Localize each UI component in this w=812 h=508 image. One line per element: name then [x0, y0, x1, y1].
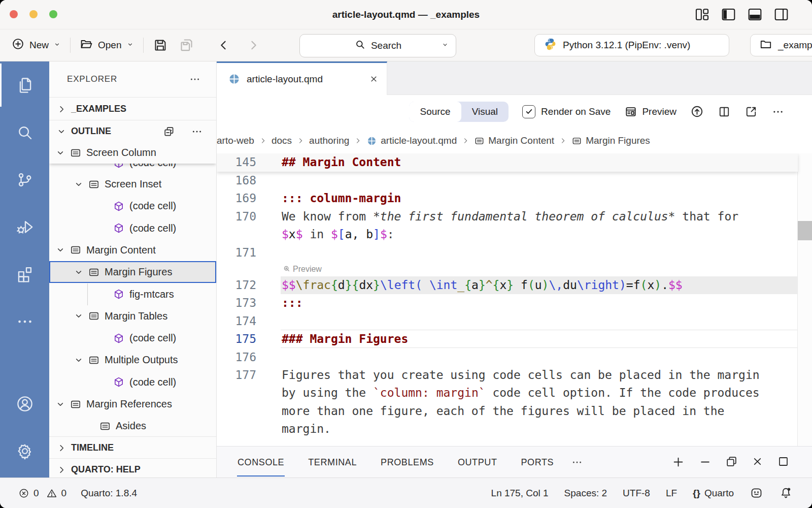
sticky-scroll-line[interactable]: 145## Margin Content: [217, 153, 798, 172]
outline-item[interactable]: Margin Content: [49, 239, 216, 261]
save-button[interactable]: [153, 38, 168, 53]
outline-item[interactable]: (code cell): [49, 195, 216, 217]
activity-source-control[interactable]: [0, 156, 49, 203]
outline-tree: Screen Column(code cell)Screen Inset(cod…: [49, 142, 216, 436]
activity-settings[interactable]: [0, 427, 49, 474]
restore-panel-button[interactable]: [725, 455, 738, 469]
sidebar-section-outline[interactable]: OUTLINE: [49, 120, 216, 142]
editor-tab[interactable]: article-layout.qmd: [217, 61, 387, 95]
activity-more[interactable]: [0, 298, 49, 345]
new-console-button[interactable]: [671, 455, 685, 469]
chevron-down-icon[interactable]: [74, 311, 84, 321]
save-all-button[interactable]: [179, 38, 194, 53]
open-button[interactable]: Open: [80, 37, 133, 53]
panel-tab-console[interactable]: CONSOLE: [237, 448, 285, 477]
outline-item[interactable]: Screen Column: [49, 142, 216, 164]
scrollbar-thumb[interactable]: [798, 221, 812, 240]
close-panel-button[interactable]: [751, 455, 764, 469]
titlebar: article-layout.qmd — _examples: [0, 0, 812, 29]
status-problems[interactable]: 0 0: [18, 488, 66, 499]
mode-source-button[interactable]: Source: [409, 102, 461, 122]
chevron-down-icon[interactable]: [55, 245, 65, 255]
panel-tab-terminal[interactable]: TERMINAL: [308, 448, 357, 477]
chevron-down-icon[interactable]: [74, 355, 84, 365]
status-indentation[interactable]: Spaces: 2: [564, 488, 607, 499]
panel-tab-ports[interactable]: PORTS: [521, 448, 555, 477]
layout-custom-icon[interactable]: [694, 6, 710, 23]
panel-tab-problems[interactable]: PROBLEMS: [380, 448, 434, 477]
outline-item[interactable]: fig-mtcars: [49, 283, 216, 305]
editor-scrollbar[interactable]: [797, 153, 812, 446]
outline-item[interactable]: Margin Tables: [49, 305, 216, 327]
outline-item[interactable]: Multiple Outputs: [49, 349, 216, 371]
debug-icon: [15, 217, 35, 237]
status-feedback[interactable]: [750, 486, 763, 500]
preview-label: Preview: [642, 106, 676, 117]
interpreter-selector[interactable]: Python 3.12.1 (PipEnv: .venv): [534, 34, 729, 56]
outline-item[interactable]: (code cell): [49, 217, 216, 239]
outline-item-label: fig-mtcars: [129, 289, 174, 300]
activity-extensions[interactable]: [0, 250, 49, 298]
breadcrumb-item[interactable]: article-layout.qmd: [366, 135, 457, 146]
more-actions-icon[interactable]: [771, 105, 785, 118]
mode-visual-button[interactable]: Visual: [461, 102, 509, 122]
render-publish-button[interactable]: [690, 105, 704, 118]
outline-item[interactable]: (code cell): [49, 327, 216, 349]
minimize-panel-button[interactable]: [698, 455, 712, 469]
open-in-new-window-button[interactable]: [745, 105, 758, 118]
mode-toggle: Source Visual: [409, 102, 509, 122]
warning-icon: [46, 488, 57, 499]
code-editor[interactable]: 168169::: column-margin170We know from *…: [217, 153, 812, 446]
chevron-down-icon[interactable]: [55, 399, 65, 409]
status-eol[interactable]: LF: [666, 488, 677, 499]
activity-account[interactable]: [0, 380, 49, 427]
section-icon: [571, 136, 582, 146]
outline-item[interactable]: Margin References: [49, 393, 216, 415]
more-panel-tabs-icon[interactable]: [571, 456, 583, 468]
status-encoding[interactable]: UTF-8: [623, 488, 650, 499]
preview-codelens[interactable]: Preview: [283, 262, 322, 276]
collapse-all-icon[interactable]: [163, 125, 175, 138]
split-editor-button[interactable]: [718, 105, 731, 118]
error-icon: [18, 488, 29, 499]
activity-run-debug[interactable]: [0, 203, 49, 250]
sidebar-section-examples[interactable]: _EXAMPLES: [49, 97, 216, 120]
activity-search[interactable]: [0, 109, 49, 156]
breadcrumb-item[interactable]: authoring: [309, 135, 349, 146]
outline-item[interactable]: Asides: [49, 415, 216, 436]
activity-explorer[interactable]: [0, 61, 49, 109]
chevron-down-icon[interactable]: [74, 179, 84, 189]
line-number: 171: [217, 244, 256, 262]
navigate-back-button[interactable]: [217, 38, 231, 52]
breadcrumb-item[interactable]: Margin Figures: [571, 135, 650, 146]
render-on-save-checkbox[interactable]: Render on Save: [522, 105, 611, 118]
search-input[interactable]: Search: [299, 34, 456, 57]
chevron-down-icon[interactable]: [55, 148, 65, 158]
status-notifications[interactable]: [779, 486, 793, 500]
more-actions-icon[interactable]: [189, 73, 201, 85]
toggle-bottom-panel-icon[interactable]: [747, 6, 763, 23]
navigate-forward-button[interactable]: [246, 38, 260, 52]
outline-item-label: Margin References: [86, 398, 172, 410]
panel-tab-output[interactable]: OUTPUT: [457, 448, 498, 477]
status-quarto-version[interactable]: Quarto: 1.8.4: [81, 488, 137, 499]
project-button[interactable]: _examples: [750, 34, 812, 56]
breadcrumb-item[interactable]: docs: [272, 135, 292, 146]
new-button[interactable]: New: [11, 37, 61, 53]
preview-button[interactable]: Preview: [624, 105, 676, 118]
breadcrumb-item[interactable]: arto-web: [217, 135, 254, 146]
outline-item[interactable]: (code cell): [49, 371, 216, 393]
sidebar-section-timeline[interactable]: TIMELINE: [49, 436, 216, 459]
outline-item[interactable]: Margin Figures: [49, 261, 216, 283]
toggle-left-panel-icon[interactable]: [720, 6, 737, 23]
chevron-down-icon[interactable]: [74, 267, 84, 277]
close-tab-icon[interactable]: [369, 74, 379, 84]
status-cursor-position[interactable]: Ln 175, Col 1: [491, 488, 549, 499]
more-actions-icon[interactable]: [191, 125, 203, 138]
toggle-right-panel-icon[interactable]: [773, 6, 790, 23]
gear-icon: [15, 441, 35, 461]
breadcrumb-item[interactable]: Margin Content: [474, 135, 554, 146]
outline-item[interactable]: Screen Inset: [49, 173, 216, 195]
maximize-panel-button[interactable]: [777, 455, 790, 469]
status-language-mode[interactable]: {} Quarto: [693, 488, 734, 499]
